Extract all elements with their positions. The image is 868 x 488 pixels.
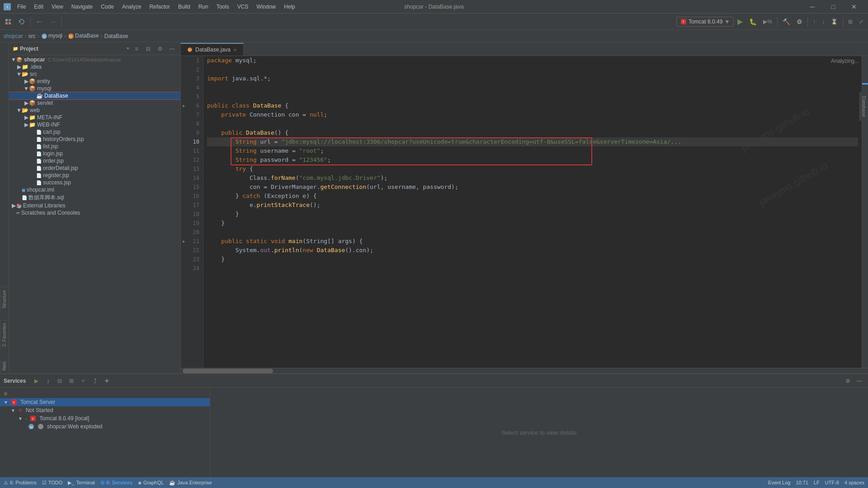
run-configuration[interactable]: T Tomcat 8.0.49 ▼ — [676, 17, 734, 27]
tree-item-servlet[interactable]: ▶ 📦 servlet — [9, 99, 180, 107]
service-tomcat-server[interactable]: ▼ T Tomcat Server — [0, 398, 210, 406]
editor-hscrollbar[interactable] — [181, 368, 868, 373]
code-line-4 — [207, 83, 858, 92]
status-java-enterprise[interactable]: ☕ Java Enterprise — [169, 480, 212, 486]
toolbar-layout[interactable]: ⊞ — [845, 18, 855, 26]
status-todo[interactable]: ☑ TODO — [42, 480, 63, 486]
toolbar-build[interactable]: 🔨 — [780, 17, 793, 26]
tree-item-entity[interactable]: ▶ 📦 entity — [9, 78, 180, 85]
code-editor[interactable]: package mysql; import java.sql.*; public… — [203, 56, 862, 368]
services-group[interactable]: ⊞ — [66, 376, 76, 386]
toolbar-vcs[interactable]: ↑ — [810, 18, 818, 26]
tree-item-cart[interactable]: 📄 cart.jsp — [9, 128, 180, 136]
maximize-button[interactable]: □ — [823, 0, 844, 14]
status-position[interactable]: 10:71 — [796, 480, 808, 485]
services-settings-btn[interactable]: ⚙ — [843, 376, 853, 386]
service-tomcat-local[interactable]: ▼ - T Tomcat 8.0.49 [local] — [0, 414, 210, 422]
tree-item-database[interactable]: ☕ DataBase — [9, 92, 180, 99]
tree-item-ext-libs[interactable]: ▶ 📚 External Libraries — [9, 202, 180, 209]
breadcrumb-mysql[interactable]: Dmysql — [41, 33, 62, 39]
status-graphql[interactable]: ◈ GraphQL — [138, 480, 164, 486]
toolbar-settings[interactable]: ⚙ — [794, 17, 805, 26]
tree-item-sql[interactable]: 📄 数据库脚本.sql — [9, 193, 180, 202]
services-jump[interactable]: ⤴ — [90, 376, 100, 386]
menu-run[interactable]: Run — [195, 3, 212, 11]
services-panel: Services ▶ ↕ ⊟ ⊞ ▿ ⤴ + ⚙ — ⚙ ▼ T Tomcat … — [0, 373, 868, 477]
menu-file[interactable]: File — [14, 3, 29, 11]
tree-item-iml[interactable]: ◼ shopcar.iml — [9, 186, 180, 193]
toolbar-back[interactable]: ← — [33, 17, 46, 27]
status-lf[interactable]: LF — [814, 480, 820, 485]
close-button[interactable]: ✕ — [844, 0, 864, 14]
menu-analyze[interactable]: Analyze — [118, 3, 145, 11]
services-collapse-all[interactable]: ⊟ — [55, 376, 65, 386]
status-event-log[interactable]: Event Log — [768, 480, 791, 485]
tree-item-success[interactable]: 📄 success.jsp — [9, 179, 180, 186]
breadcrumb-database-class[interactable]: DataBase — [104, 33, 128, 39]
breadcrumb-src[interactable]: src — [28, 33, 36, 39]
panel-expand-btn[interactable]: ≡ — [132, 44, 142, 54]
favorites-tab[interactable]: 2: Favorites — [0, 320, 9, 349]
panel-close-btn[interactable]: — — [167, 44, 177, 54]
tree-item-register[interactable]: 📄 register.jsp — [9, 172, 180, 179]
toolbar-project-icon[interactable] — [2, 17, 14, 26]
menu-refactor[interactable]: Refactor — [146, 3, 174, 11]
panel-collapse-btn[interactable]: ⊟ — [143, 44, 153, 54]
toolbar-forward[interactable]: → — [47, 17, 59, 27]
structure-tab[interactable]: Structure — [0, 287, 9, 311]
menu-vcs[interactable]: VCS — [234, 3, 252, 11]
breadcrumb-shopcar[interactable]: shopcar — [4, 33, 23, 39]
run-with-coverage[interactable]: ▶% — [760, 18, 775, 26]
tree-item-orderdetail[interactable]: 📄 orderDetail.jsp — [9, 164, 180, 172]
database-side-tab[interactable]: Database — [859, 92, 868, 121]
tree-item-meta-inf[interactable]: ▶ 📁 META-INF — [9, 114, 180, 121]
debug-button[interactable]: 🐛 — [746, 17, 760, 26]
services-filter[interactable]: ▿ — [78, 376, 88, 386]
tree-item-web-inf[interactable]: ▶ 📁 WEB-INF — [9, 121, 180, 128]
tree-item-list[interactable]: 📄 list.jsp — [9, 143, 180, 150]
service-shopcar-deploy[interactable]: W shopcar:Web exploded — [0, 422, 210, 431]
menu-navigate[interactable]: Navigate — [68, 3, 96, 11]
services-expand-all[interactable]: ↕ — [43, 376, 53, 386]
tree-item-history[interactable]: 📄 historyOrders.jsp — [9, 136, 180, 143]
toolbar-update[interactable]: ↓ — [819, 18, 827, 26]
toolbar-sync-icon[interactable] — [15, 17, 28, 26]
menu-edit[interactable]: Edit — [30, 3, 47, 11]
panel-settings-btn[interactable]: ⚙ — [155, 44, 165, 54]
services-minimize-btn[interactable]: — — [854, 376, 864, 386]
tree-item-scratches[interactable]: ✏ Scratches and Consoles — [9, 209, 180, 216]
tab-database-java[interactable]: D DataBase.java ✕ — [181, 43, 244, 56]
menu-view[interactable]: View — [48, 3, 67, 11]
toolbar-separator-5 — [843, 17, 843, 26]
status-services[interactable]: ⊙ 8: Services — [100, 480, 132, 486]
tree-item-idea[interactable]: ▶ 📁 .idea — [9, 63, 180, 70]
menu-code[interactable]: Code — [97, 3, 118, 11]
tree-item-login[interactable]: 📄 login.jsp — [9, 150, 180, 157]
minimize-button[interactable]: ─ — [802, 0, 823, 14]
breadcrumb-database-file[interactable]: DDataBase — [68, 33, 99, 39]
tree-item-mysql[interactable]: ▼ 📦 mysql — [9, 85, 180, 92]
menu-tools[interactable]: Tools — [213, 3, 233, 11]
services-run-btn[interactable]: ▶ — [31, 376, 41, 386]
status-spaces[interactable]: 4 spaces — [844, 480, 864, 485]
tree-item-web[interactable]: ▼ 📂 web — [9, 107, 180, 114]
toolbar-history[interactable]: ⌛ — [828, 18, 840, 26]
tree-item-src[interactable]: ▼ 📂 src — [9, 70, 180, 78]
tree-item-shopcar[interactable]: ▼ 📦 shopcar C:\Users\51414\Desktop\shopc… — [9, 56, 180, 63]
status-encoding[interactable]: UTF-8 — [825, 480, 839, 485]
status-problems[interactable]: ⚠ 6: Problems — [4, 480, 37, 486]
menu-build[interactable]: Build — [175, 3, 194, 11]
web-tab[interactable]: Web — [0, 359, 9, 373]
tab-close-btn[interactable]: ✕ — [233, 47, 237, 52]
run-button[interactable]: ▶ — [735, 16, 745, 27]
menu-window[interactable]: Window — [253, 3, 279, 11]
service-not-started[interactable]: ▼ ✕ Not Started — [0, 406, 210, 414]
tree-item-order[interactable]: 📄 order.jsp — [9, 157, 180, 164]
services-add[interactable]: + — [102, 376, 112, 386]
project-panel: 📁 Project ▼ ≡ ⊟ ⚙ — ▼ 📦 shopcar C:\Users… — [9, 42, 181, 373]
hscrollbar-thumb[interactable] — [183, 369, 273, 373]
status-terminal[interactable]: ▶_ Terminal — [68, 480, 95, 486]
linenum-8: 8 — [181, 119, 203, 128]
menu-help[interactable]: Help — [280, 3, 299, 11]
toolbar-expand[interactable]: ⤢ — [856, 18, 866, 26]
